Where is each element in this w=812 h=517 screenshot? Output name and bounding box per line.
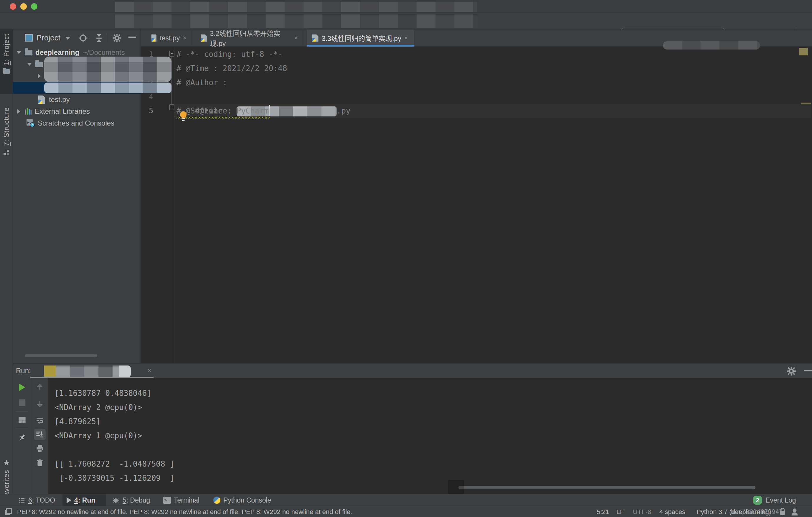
run-toolbar-primary <box>13 378 31 494</box>
hector-button[interactable] <box>791 508 799 516</box>
lightbulb-icon[interactable] <box>179 111 187 122</box>
gutter-separator <box>174 47 174 363</box>
run-tab[interactable] <box>44 366 131 377</box>
tree-item-label: test.py <box>49 95 70 104</box>
warning-stripe-mark[interactable] <box>801 103 811 104</box>
tree-row-external-libraries[interactable]: External Libraries <box>13 106 141 117</box>
weak-warning-underline <box>176 117 269 118</box>
file-encoding[interactable]: UTF-8 <box>633 508 651 516</box>
tool-button-run[interactable]: 4: Run <box>62 494 106 506</box>
inspection-status-square[interactable] <box>799 48 808 55</box>
fold-guide-line <box>172 57 172 104</box>
close-icon[interactable]: × <box>404 34 408 42</box>
mnemonic: 5 <box>122 496 126 504</box>
redacted-run-tab-name <box>56 366 119 377</box>
project-view-selector[interactable]: Project <box>36 33 60 42</box>
tool-button-project[interactable]: 1: Project <box>0 29 13 94</box>
tab-testpy[interactable]: test.py × <box>146 29 192 47</box>
collapse-arrow-icon[interactable] <box>17 109 20 114</box>
fold-marker-icon[interactable]: − <box>169 104 174 110</box>
tree-row-scratches[interactable]: ▸ Scratches and Consoles <box>13 117 141 129</box>
scratches-icon: ▸ <box>27 119 35 127</box>
event-log-button[interactable]: 2 Event Log <box>749 494 800 506</box>
project-settings-button[interactable] <box>112 33 122 43</box>
status-bar: PEP 8: W292 no newline at end of file. P… <box>0 506 812 517</box>
clock-icon <box>30 122 35 127</box>
trash-icon <box>36 459 44 467</box>
hide-run-panel-button[interactable] <box>804 370 812 371</box>
collapse-all-button[interactable] <box>94 33 104 43</box>
tab-3-2[interactable]: 3.2线性回归从零开始实现.py × <box>196 29 303 47</box>
terminal-icon: >_ <box>163 497 171 504</box>
folder-icon <box>35 62 43 67</box>
close-icon[interactable]: × <box>147 366 151 375</box>
chevron-down-icon[interactable] <box>65 37 70 40</box>
run-panel-settings-button[interactable] <box>786 366 797 376</box>
close-icon[interactable]: × <box>294 34 298 42</box>
close-traffic-light[interactable] <box>10 3 16 10</box>
tool-button-debug[interactable]: 5: Debug <box>108 494 154 506</box>
project-panel: Project deeplearning ~/Document <box>13 29 141 363</box>
status-message[interactable]: PEP 8: W292 no newline at end of file. P… <box>17 508 352 516</box>
tree-item-label: Scratches and Consoles <box>38 119 114 127</box>
expand-arrow-icon[interactable] <box>27 63 32 66</box>
soft-wrap-button[interactable] <box>34 415 46 426</box>
tool-button-structure[interactable]: 7: Structure <box>0 103 13 171</box>
collapse-arrow-icon[interactable] <box>38 74 41 78</box>
close-icon[interactable]: × <box>183 34 186 42</box>
tree-item-label: External Libraries <box>35 107 90 116</box>
fold-marker-icon[interactable]: − <box>169 51 174 57</box>
tree-root-path: ~/Documents <box>83 48 125 57</box>
console-horizontal-scrollbar[interactable] <box>459 486 755 489</box>
rerun-button[interactable] <box>16 382 28 393</box>
line-ending[interactable]: LF <box>616 508 624 516</box>
stop-icon <box>19 399 25 406</box>
indent-setting[interactable]: 4 spaces <box>659 508 685 516</box>
tool-button-structure-mnemonic: 7 <box>3 142 10 146</box>
caret-position[interactable]: 5:21 <box>597 508 609 516</box>
python-icon <box>200 38 204 43</box>
tool-button-terminal[interactable]: >_ Terminal <box>159 494 204 506</box>
toolwindow-toggle-button[interactable] <box>4 508 12 516</box>
left-tool-strip: 1: Project 7: Structure 2: Favorites <box>0 29 13 494</box>
project-panel-header: Project <box>13 29 141 47</box>
console-line: <NDArray 1 @cpu(0)> <box>55 429 142 443</box>
minimize-traffic-light[interactable] <box>20 3 27 10</box>
redacted-blur-tail <box>663 41 760 50</box>
run-toolbar-secondary <box>31 378 48 494</box>
down-arrow-icon <box>36 400 44 408</box>
main-toolbar <box>0 13 812 29</box>
star-icon <box>3 459 10 466</box>
rerun-icon <box>19 383 25 391</box>
tool-button-python-console[interactable]: Python Console <box>209 494 275 506</box>
header-separator <box>107 33 107 43</box>
print-button[interactable] <box>34 443 46 454</box>
expand-arrow-icon[interactable] <box>17 51 21 54</box>
next-occurrence-button[interactable] <box>34 398 46 409</box>
tool-button-todo[interactable]: 6: TODO <box>14 494 59 506</box>
lock-button[interactable] <box>779 508 786 516</box>
mnemonic: 4 <box>74 496 78 504</box>
run-panel-header: Run: × <box>13 364 812 378</box>
tab-3-3-active[interactable]: 3.3线性回归的简单实现.py × <box>307 29 414 47</box>
code-line: #@File : .py <box>176 90 350 104</box>
tool-button-project-label: : Project <box>3 34 10 61</box>
code-line-current: # @Software: PyCharm <box>176 104 269 118</box>
locate-button[interactable] <box>78 33 88 43</box>
tree-row-testpy[interactable]: test.py <box>13 94 141 106</box>
hector-icon <box>791 508 799 516</box>
pin-tab-button[interactable] <box>16 432 28 443</box>
clear-console-button[interactable] <box>34 457 46 468</box>
project-horizontal-scrollbar[interactable] <box>25 354 97 357</box>
zoom-traffic-light[interactable] <box>31 3 37 10</box>
mnemonic: 6 <box>28 496 32 504</box>
console-output[interactable]: [1.1630787 0.4838046] <NDArray 2 @cpu(0)… <box>48 378 812 494</box>
restore-layout-button[interactable] <box>16 414 28 426</box>
redacted-run-tab-end <box>119 366 131 377</box>
stop-button[interactable] <box>16 397 28 408</box>
editor[interactable]: 1 2 3 4 5 − − # -*- coding: utf-8 -*- # … <box>141 47 812 363</box>
hide-panel-button[interactable] <box>128 36 136 38</box>
prev-occurrence-button[interactable] <box>34 382 46 393</box>
scroll-to-end-button[interactable] <box>34 429 46 440</box>
bottom-tool-bar: 6: TODO 4: Run 5: Debug >_ Terminal Pyth… <box>0 494 812 506</box>
